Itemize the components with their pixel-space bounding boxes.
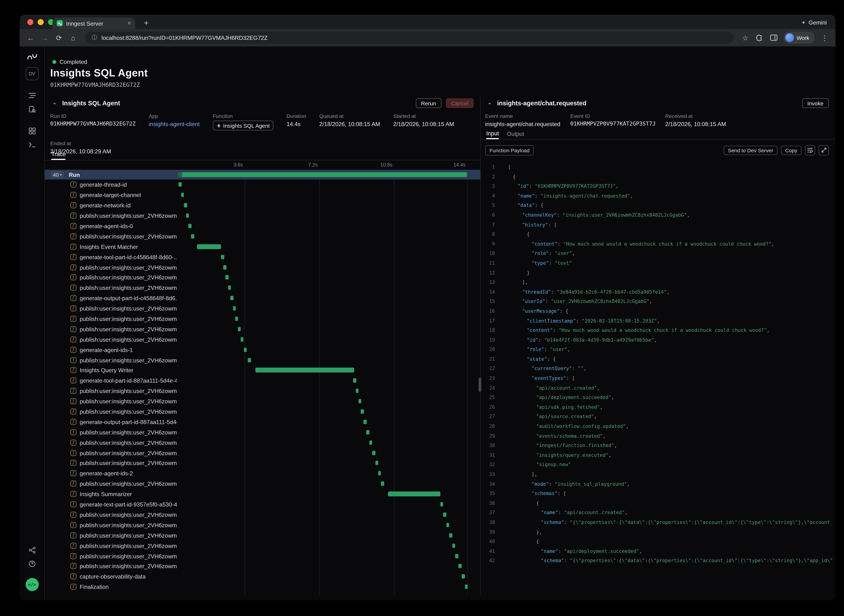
trace-bar[interactable] (186, 213, 189, 218)
trace-bar[interactable] (455, 554, 458, 558)
trace-row[interactable]: ƒgenerate-agent-ids-2 (45, 468, 480, 479)
trace-bar[interactable] (361, 409, 364, 414)
extensions-icon[interactable] (753, 31, 766, 44)
back-icon[interactable]: ← (24, 31, 37, 44)
site-info-icon[interactable]: ⓘ (92, 34, 97, 41)
trace-row[interactable]: ƒgenerate-tool-part-id-887aa111-5d4e-45.… (45, 375, 480, 386)
trace-bar[interactable] (181, 193, 184, 197)
address-bar[interactable]: ⓘ localhost:8288/run?runID=01KHRMPW77GVM… (85, 32, 733, 44)
trace-row[interactable]: ƒpublish:user:insights:user_2VH6zowmh... (45, 324, 480, 334)
trace-row[interactable]: ƒFinalization (45, 582, 480, 592)
trace-bar[interactable] (443, 512, 446, 517)
trace-row[interactable]: ƒgenerate-network-id (45, 200, 480, 210)
trace-row[interactable]: ƒpublish:user:insights:user_2VH6zowmh... (45, 231, 480, 241)
side-panel-icon[interactable] (767, 31, 780, 44)
trace-bar[interactable] (230, 296, 233, 301)
trace-bar[interactable] (228, 286, 231, 290)
home-icon[interactable]: ⌂ (67, 31, 80, 44)
trace-row[interactable]: ƒpublish:user:insights:user_2VH6zowmh... (45, 510, 480, 520)
expand-icon[interactable] (819, 145, 829, 155)
trace-row[interactable]: ƒpublish:user:insights:user_2VH6zowmh... (45, 386, 480, 396)
new-tab-button[interactable]: + (141, 18, 152, 28)
trace-row[interactable]: ƒgenerate-output-part-id-887aa111-5d4e..… (45, 417, 480, 427)
trace-row[interactable]: ƒpublish:user:insights:user_2VH6zowmh... (45, 314, 480, 324)
trace-bar[interactable] (449, 533, 452, 537)
bookmark-star-icon[interactable]: ☆ (739, 31, 752, 44)
copy-button[interactable]: Copy (781, 145, 802, 155)
trace-row[interactable]: ƒpublish:user:insights:user_2VH6zowmh... (45, 262, 480, 272)
dev-tools-button[interactable]: </> (25, 578, 38, 591)
nav-functions-icon[interactable] (28, 141, 36, 148)
trace-bar[interactable] (235, 317, 238, 321)
trace-bar[interactable] (188, 224, 191, 228)
share-icon[interactable] (28, 547, 35, 554)
trace-row[interactable]: ƒpublish:user:insights:user_2VH6zowmh... (45, 530, 480, 541)
tab-output[interactable]: Output (507, 128, 524, 139)
trace-row[interactable]: ƒpublish:user:insights:user_2VH6zowmh... (45, 210, 480, 221)
profile-chip[interactable]: Work (784, 32, 815, 44)
trace-bar[interactable] (375, 461, 378, 465)
trace-bar[interactable] (233, 306, 236, 311)
tab-trace[interactable]: Trace (51, 149, 66, 160)
forward-icon[interactable]: → (38, 31, 51, 44)
workspace-badge[interactable]: DV (25, 67, 38, 80)
trace-bar[interactable] (381, 481, 384, 486)
trace-row[interactable]: ƒInsights Event Matcher (45, 241, 480, 252)
trace-bar[interactable] (223, 265, 226, 270)
trace-bar[interactable] (356, 389, 359, 393)
trace-row[interactable]: ƒpublish:user:insights:user_2VH6zowmh... (45, 478, 480, 489)
trace-row[interactable]: ƒpublish:user:insights:user_2VH6zowmh... (45, 447, 480, 458)
trace-bar[interactable] (363, 420, 366, 424)
trace-row[interactable]: ƒpublish:user:insights:user_2VH6zowmh... (45, 272, 480, 283)
help-icon[interactable] (28, 560, 35, 568)
trace-row[interactable]: ƒpublish:user:insights:user_2VH6zowmh... (45, 541, 480, 551)
chevron-down-icon[interactable]: ⌄ (487, 99, 492, 105)
trace-bar[interactable] (358, 399, 361, 403)
trace-bar[interactable] (240, 337, 243, 342)
trace-row[interactable]: ƒInsights Summarizer (45, 489, 480, 499)
invoke-button[interactable]: Invoke (802, 98, 829, 108)
nav-apps-icon[interactable] (28, 128, 35, 135)
trace-row[interactable]: ƒpublish:user:insights:user_2VH6zowmh... (45, 303, 480, 314)
nav-events-icon[interactable] (28, 106, 35, 113)
word-wrap-icon[interactable] (805, 145, 815, 155)
trace-row[interactable]: ƒgenerate-agent-ids-1 (45, 345, 480, 355)
trace-bar[interactable] (459, 564, 462, 568)
trace-bar[interactable] (388, 491, 440, 496)
trace-bar[interactable] (462, 574, 465, 579)
chevron-down-icon[interactable]: ⌄ (53, 99, 57, 105)
trace-bar[interactable] (465, 585, 467, 589)
trace-bar[interactable] (191, 234, 194, 239)
trace-row[interactable]: ƒpublish:user:insights:user_2VH6zowmh... (45, 283, 480, 293)
trace-bar[interactable] (221, 255, 224, 259)
run-children-count[interactable]: 40▾ (51, 171, 64, 178)
trace-bar[interactable] (238, 327, 241, 331)
trace-bar[interactable] (378, 471, 381, 475)
reload-icon[interactable]: ⟳ (53, 31, 66, 44)
trace-row[interactable]: ƒpublish:user:insights:user_2VH6zowmh... (45, 406, 480, 417)
send-to-dev-server-button[interactable]: Send to Dev Server (724, 145, 778, 155)
trace-bar[interactable] (369, 440, 372, 444)
trace-row[interactable]: ƒpublish:user:insights:user_2VH6zowmh... (45, 551, 480, 561)
panel-resize-handle[interactable] (479, 378, 481, 392)
trace-bar[interactable] (244, 348, 247, 352)
trace-bar[interactable] (197, 244, 221, 249)
trace-bar[interactable] (366, 430, 369, 434)
trace-bar[interactable] (452, 543, 455, 548)
trace-row[interactable]: ƒpublish:user:insights:user_2VH6zowmh... (45, 561, 480, 571)
payload-code-viewer[interactable]: 1[2{3"id": "01KHRMPVZP0V977KAT2GP3ST7J",… (481, 163, 834, 595)
cancel-button[interactable]: Cancel (446, 98, 474, 108)
rerun-button[interactable]: Rerun (416, 98, 441, 108)
tab-close-icon[interactable]: × (127, 20, 131, 26)
function-badge[interactable]: Insights SQL Agent (213, 120, 274, 131)
trace-row[interactable]: ƒpublish:user:insights:user_2VH6zowmh... (45, 520, 480, 530)
trace-row[interactable]: ƒpublish:user:insights:user_2VH6zowmh... (45, 334, 480, 345)
trace-row[interactable]: ƒgenerate-agent-ids-0 (45, 221, 480, 231)
trace-bar[interactable] (353, 378, 356, 383)
close-window-button[interactable] (27, 19, 33, 25)
minimize-window-button[interactable] (38, 19, 44, 25)
app-link[interactable]: insights-agent-client (149, 120, 200, 127)
trace-row[interactable]: ƒgenerate-output-part-id-c458648f-8d6... (45, 293, 480, 303)
trace-row[interactable]: ƒgenerate-text-part-id-9357e5f0-a530-4..… (45, 499, 480, 510)
gemini-badge[interactable]: ✦ Gemini (801, 18, 827, 27)
